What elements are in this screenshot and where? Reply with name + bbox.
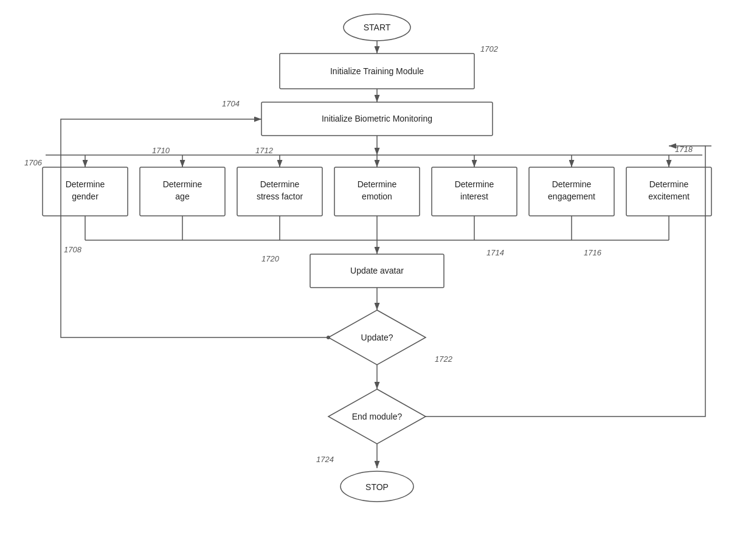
label-age2: age [175,192,190,201]
label-stress: Determine [260,179,300,189]
label-interest: Determine [455,179,494,189]
label-end-module: End module? [352,412,403,421]
ref-1706: 1706 [24,158,43,167]
label-interest2: interest [460,192,488,201]
label-1704: Initialize Biometric Monitoring [322,114,432,123]
label-gender2: gender [72,192,99,201]
ref-1704: 1704 [222,99,240,108]
flowchart-diagram: START Initialize Training Module 1702 In… [0,0,754,560]
ref-1712: 1712 [255,146,274,155]
label-update: Update? [361,333,393,342]
loop-back-line [61,119,328,337]
ref-1720: 1720 [261,254,280,263]
ref-1714: 1714 [486,248,504,257]
loop-dot [327,336,330,339]
label-1702: Initialize Training Module [330,66,424,76]
ref-1702: 1702 [480,44,499,54]
ref-1710: 1710 [152,146,170,155]
label-emotion2: emotion [362,192,392,201]
ref-1722: 1722 [435,354,453,364]
ref-1716: 1716 [584,248,602,257]
label-gender: Determine [66,179,105,189]
ref-1708: 1708 [64,245,82,254]
stop-label: STOP [365,482,389,492]
label-excitement: Determine [649,179,689,189]
label-age: Determine [163,179,202,189]
label-emotion: Determine [358,179,397,189]
label-engagement: Determine [552,179,592,189]
label-engagement2: engagement [548,192,595,201]
label-excitement2: excitement [648,192,690,201]
start-label: START [364,22,391,32]
label-stress2: stress factor [257,192,303,201]
label-avatar: Update avatar [350,266,404,275]
ref-1724: 1724 [316,455,334,464]
